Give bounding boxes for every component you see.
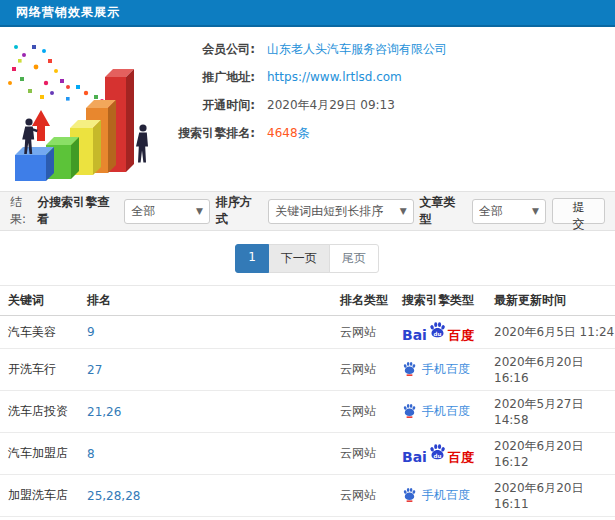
col-header-keyword: 关键词 [0,286,87,316]
rank-cell: 9 [87,316,340,349]
keyword-cell: 加盟洗车店 [0,475,87,517]
baidu-text-cn: 百度 [448,451,474,464]
rank-count-unit: 条 [298,126,310,140]
baidu-text-cn: 百度 [448,329,474,342]
engine-filter-label: 分搜索引擎查看 [37,194,118,228]
chevron-down-icon: ▼ [532,206,539,216]
article-type-select[interactable]: 全部 ▼ [472,199,546,224]
page-1-button[interactable]: 1 [235,244,269,273]
filter-bar: 结果: 分搜索引擎查看 全部 ▼ 排序方式 关键词由短到长排序 ▼ 文章类型 全… [0,191,615,231]
open-time-value: 2020年4月29日 09:13 [267,97,395,114]
engine-type-cell: Bai du 百度 [402,316,494,349]
last-page-button[interactable]: 尾页 [329,244,379,273]
engine-rank-label: 搜索引擎排名: [163,125,255,142]
rank-type-cell: 云网站 [340,475,402,517]
baidu-paw-icon [402,403,417,418]
updated-time-cell: 2020年6月20日 16:16 [494,349,615,391]
baidu-paw-icon: du [428,321,447,340]
baidu-pc-logo: Bai du 百度 [402,443,474,464]
svg-text:du: du [434,331,442,337]
chevron-down-icon: ▼ [196,206,203,216]
keyword-cell: 汽车美容 [0,316,87,349]
rank-cell: 21,26 [87,391,340,433]
engine-filter-value: 全部 [131,203,190,220]
filter-controls: 分搜索引擎查看 全部 ▼ 排序方式 关键词由短到长排序 ▼ 文章类型 全部 ▼ … [37,194,605,228]
rank-cell: 30 [87,517,340,520]
rank-cell: 25,28,28 [87,475,340,517]
open-time-label: 开通时间: [163,97,255,114]
table-row: 开洗车行27云网站 手机百度2020年6月20日 16:16 [0,349,615,391]
member-info-panel: 会员公司: 山东老人头汽车服务咨询有限公司 推广地址: https://www.… [163,27,615,191]
3d-bar-chart-image [2,33,160,187]
col-header-engine-type: 搜索引擎类型 [402,286,494,316]
updated-time-cell: 2020年6月5日 11:24 [494,316,615,349]
promo-url-label: 推广地址: [163,69,255,86]
table-row: 加盟洗车店25,28,28云网站 手机百度2020年6月20日 16:11 [0,475,615,517]
sort-filter-label: 排序方式 [216,194,262,228]
page: 网络营销效果展示 [0,0,615,520]
info-row-url: 推广地址: https://www.lrtlsd.com [163,63,615,91]
growth-arrow-icon [32,110,50,141]
article-type-label: 文章类型 [420,194,466,228]
baidu-mobile-label: 手机百度 [422,487,470,504]
updated-time-cell: 2020年6月20日 16:11 [494,475,615,517]
rank-link[interactable]: 21,26 [87,405,121,419]
svg-text:du: du [434,453,442,459]
rank-type-cell: 云网站 [340,391,402,433]
updated-time-cell: 2020年5月27日 14:58 [494,391,615,433]
baidu-text-bai: Bai [402,450,427,464]
rank-link[interactable]: 27 [87,363,102,377]
top-section: 会员公司: 山东老人头汽车服务咨询有限公司 推广地址: https://www.… [0,27,615,191]
engine-filter-select[interactable]: 全部 ▼ [124,199,209,224]
page-title: 网络营销效果展示 [16,4,120,21]
results-table: 关键词 排名 排名类型 搜索引擎类型 最新更新时间 汽车美容9云网站Bai du… [0,285,615,520]
businessman-right [136,124,148,162]
baidu-paw-icon [402,361,417,376]
next-page-button[interactable]: 下一页 [268,244,330,273]
rank-count-number: 4648 [267,126,298,140]
company-label: 会员公司: [163,41,255,58]
engine-type-cell: 手机百度 [402,391,494,433]
col-header-rank-type: 排名类型 [340,286,402,316]
header-bar: 网络营销效果展示 [0,0,615,27]
sort-filter-select[interactable]: 关键词由短到长排序 ▼ [268,199,413,224]
results-table-body: 汽车美容9云网站Bai du 百度2020年6月5日 11:24开洗车行27云网… [0,316,615,520]
table-row: 汽车美容9云网站Bai du 百度2020年6月5日 11:24 [0,316,615,349]
baidu-mobile-logo: 手机百度 [402,487,470,505]
info-row-open-time: 开通时间: 2020年4月29日 09:13 [163,91,615,119]
keyword-cell: 汽车加盟店 [0,433,87,475]
rank-cell: 8 [87,433,340,475]
engine-rank-value: 4648条 [267,125,310,142]
table-row: 洗车赚钱吗30云网站 手机百度2020年6月20日 16:12 [0,517,615,520]
table-row: 汽车加盟店8云网站Bai du 百度2020年6月20日 16:12 [0,433,615,475]
rank-link[interactable]: 9 [87,325,95,339]
keyword-cell: 洗车店投资 [0,391,87,433]
company-name-link[interactable]: 山东老人头汽车服务咨询有限公司 [267,41,447,58]
rank-link[interactable]: 8 [87,447,95,461]
table-header-row: 关键词 排名 排名类型 搜索引擎类型 最新更新时间 [0,286,615,316]
engine-type-cell: Bai du 百度 [402,433,494,475]
bar-blue [15,147,54,181]
article-type-value: 全部 [479,203,526,220]
baidu-mobile-logo: 手机百度 [402,361,470,379]
table-row: 洗车店投资21,26云网站 手机百度2020年5月27日 14:58 [0,391,615,433]
baidu-mobile-label: 手机百度 [422,361,470,378]
engine-type-cell: 手机百度 [402,517,494,520]
updated-time-cell: 2020年6月20日 16:12 [494,517,615,520]
rank-link[interactable]: 25,28,28 [87,489,140,503]
result-label: 结果: [10,194,37,228]
rank-type-cell: 云网站 [340,349,402,391]
submit-button[interactable]: 提交 [552,198,605,224]
info-row-rank-count: 搜索引擎排名: 4648条 [163,119,615,147]
baidu-text-bai: Bai [402,328,427,342]
col-header-rank: 排名 [87,286,340,316]
promo-url-link[interactable]: https://www.lrtlsd.com [267,70,402,84]
rank-cell: 27 [87,349,340,391]
rank-type-cell: 云网站 [340,433,402,475]
engine-type-cell: 手机百度 [402,349,494,391]
pagination: 1 下一页 尾页 [0,244,615,273]
engine-type-cell: 手机百度 [402,475,494,517]
col-header-updated: 最新更新时间 [494,286,615,316]
baidu-mobile-label: 手机百度 [422,403,470,420]
chevron-down-icon: ▼ [400,206,407,216]
